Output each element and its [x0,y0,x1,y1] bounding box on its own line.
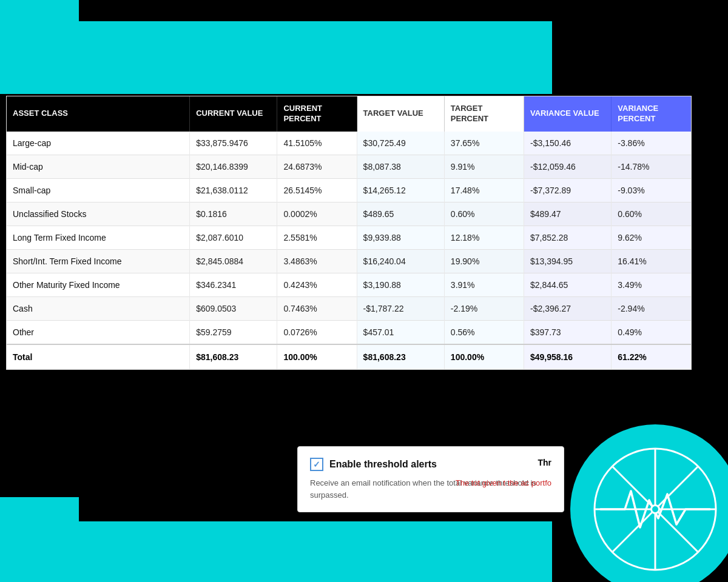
cell-tar-pct: 9.91% [444,155,524,178]
table-row: Other $59.2759 0.0726% $457.01 0.56% $39… [7,320,691,344]
cell-tar-pct: 0.60% [444,202,524,226]
cell-cur-val: $346.2341 [190,273,277,296]
cell-asset-name: Other Maturity Fixed Income [7,273,190,296]
table-row: Short/Int. Term Fixed Income $2,845.0884… [7,249,691,273]
cell-tar-pct: 3.91% [444,273,524,296]
header-variance-value: VARIANCE VALUE [524,96,612,132]
cell-var-val: $489.47 [524,202,612,226]
cell-cur-val: $2,845.0884 [190,249,277,273]
cell-var-val: -$7,372.89 [524,178,612,202]
header-variance-percent: VARIANCE PERCENT [612,96,691,132]
cell-var-pct: 9.62% [612,226,691,249]
table-row: Other Maturity Fixed Income $346.2341 0.… [7,273,691,296]
cell-tar-val: $8,087.38 [357,155,444,178]
cell-var-pct: -14.78% [612,155,691,178]
cell-cur-pct: 0.0726% [277,320,357,344]
cyan-bar-bottom-left [0,497,79,582]
cell-cur-val: $0.1816 [190,202,277,226]
table-row: Long Term Fixed Income $2,087.6010 2.558… [7,226,691,249]
cell-cur-pct: 0.0002% [277,202,357,226]
asset-allocation-table: ASSET CLASS CURRENT VALUE CURRENT PERCEN… [7,96,691,369]
footer-cur-val: $81,608.23 [190,344,277,369]
cell-tar-pct: 37.65% [444,132,524,155]
table-row: Large-cap $33,875.9476 41.5105% $30,725.… [7,132,691,155]
cell-tar-val: $14,265.12 [357,178,444,202]
cell-tar-pct: -2.19% [444,296,524,320]
cell-tar-val: $30,725.49 [357,132,444,155]
footer-tar-val: $81,608.23 [357,344,444,369]
cell-cur-pct: 24.6873% [277,155,357,178]
cell-tar-val: -$1,787.22 [357,296,444,320]
table-row: Unclassified Stocks $0.1816 0.0002% $489… [7,202,691,226]
cell-asset-name: Long Term Fixed Income [7,226,190,249]
table-row: Mid-cap $20,146.8399 24.6873% $8,087.38 … [7,155,691,178]
cell-cur-pct: 41.5105% [277,132,357,155]
cell-tar-val: $489.65 [357,202,444,226]
footer-var-pct: 61.22% [612,344,691,369]
threshold-right-label: Thr [538,458,551,467]
svg-point-6 [652,506,658,512]
cell-var-pct: -9.03% [612,178,691,202]
threshold-title: Enable threshold alerts [329,459,437,470]
cell-asset-name: Small-cap [7,178,190,202]
threshold-red-text: The tot given t the ac portfo [456,477,551,489]
cell-var-pct: 3.49% [612,273,691,296]
main-card: ASSET CLASS CURRENT VALUE CURRENT PERCEN… [6,96,692,370]
cell-cur-pct: 0.4243% [277,273,357,296]
threshold-alert-box: Enable threshold alerts Receive an email… [297,446,564,512]
cell-tar-val: $3,190.88 [357,273,444,296]
cell-var-val: $13,394.95 [524,249,612,273]
cell-cur-val: $609.0503 [190,296,277,320]
header-target-value: TARGET VALUE [357,96,444,132]
cell-cur-pct: 26.5145% [277,178,357,202]
threshold-red-section: The tot given t the ac portfo [456,477,551,489]
cell-var-val: -$3,150.46 [524,132,612,155]
cell-var-pct: -3.86% [612,132,691,155]
cell-cur-val: $59.2759 [190,320,277,344]
header-asset-class: ASSET CLASS [7,96,190,132]
cell-var-val: -$2,396.27 [524,296,612,320]
cell-cur-val: $20,146.8399 [190,155,277,178]
table-row: Small-cap $21,638.0112 26.5145% $14,265.… [7,178,691,202]
footer-tar-pct: 100.00% [444,344,524,369]
table-row: Cash $609.0503 0.7463% -$1,787.22 -2.19%… [7,296,691,320]
header-target-percent: TARGET PERCENT [444,96,524,132]
threshold-header: Enable threshold alerts [310,458,551,471]
cell-cur-val: $33,875.9476 [190,132,277,155]
cell-tar-pct: 0.56% [444,320,524,344]
cyan-bar-top-main [79,21,552,94]
cell-cur-pct: 2.5581% [277,226,357,249]
cyan-bar-top-left [0,0,79,94]
cell-var-pct: 0.49% [612,320,691,344]
cell-tar-val: $457.01 [357,320,444,344]
cell-asset-name: Large-cap [7,132,190,155]
cell-var-val: -$12,059.46 [524,155,612,178]
cell-tar-pct: 12.18% [444,226,524,249]
threshold-checkbox[interactable] [310,458,323,471]
app-logo [570,424,728,582]
cyan-bar-bottom-main [79,521,552,582]
cell-asset-name: Cash [7,296,190,320]
cell-cur-val: $2,087.6010 [190,226,277,249]
cell-asset-name: Other [7,320,190,344]
cell-cur-val: $21,638.0112 [190,178,277,202]
cell-cur-pct: 3.4863% [277,249,357,273]
table-footer-row: Total $81,608.23 100.00% $81,608.23 100.… [7,344,691,369]
cell-asset-name: Unclassified Stocks [7,202,190,226]
cell-tar-val: $16,240.04 [357,249,444,273]
footer-cur-pct: 100.00% [277,344,357,369]
cell-var-val: $2,844.65 [524,273,612,296]
cell-asset-name: Mid-cap [7,155,190,178]
footer-var-val: $49,958.16 [524,344,612,369]
cell-tar-val: $9,939.88 [357,226,444,249]
cell-var-pct: 0.60% [612,202,691,226]
footer-label: Total [7,344,190,369]
header-current-value: CURRENT VALUE [190,96,277,132]
cell-tar-pct: 17.48% [444,178,524,202]
cell-var-val: $397.73 [524,320,612,344]
cell-cur-pct: 0.7463% [277,296,357,320]
cell-var-pct: 16.41% [612,249,691,273]
cell-asset-name: Short/Int. Term Fixed Income [7,249,190,273]
cell-tar-pct: 19.90% [444,249,524,273]
header-current-percent: CURRENT PERCENT [277,96,357,132]
